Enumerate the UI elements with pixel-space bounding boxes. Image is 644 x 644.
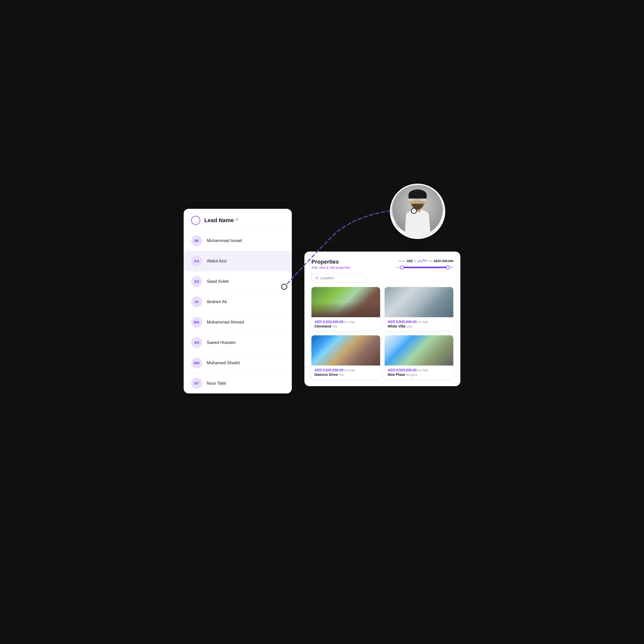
range-thumb-right[interactable] [446,265,450,269]
location-icon: ⊙ [315,276,318,280]
lead-panel-title: Lead Name ^ [204,217,238,224]
property-price: AED 6,920,000.00 For Sale [314,320,377,324]
price-value: AED 6,660,000.00 [388,320,417,324]
main-scene: Lead Name ^ MI Muhammad Ismail AA Abdul … [184,184,460,460]
range-fill [401,267,449,268]
lead-name-text: Muhamed Sheikh [207,360,240,366]
property-type: Flat [339,373,344,377]
connector-node-end [411,208,417,214]
property-name: Dawson Drive Flat [314,373,377,377]
profile-avatar [390,184,445,239]
lead-item[interactable]: SH Saeed Hussein [184,333,292,353]
lead-avatar: AA [191,256,202,267]
connector-node-start [281,284,287,290]
properties-title-block: Properties Add, view & edit properties. [311,259,351,269]
lead-avatar: SS [191,276,202,287]
lead-item[interactable]: MH Muhamed Sheikh [184,353,292,373]
property-info: AED 6,920,000.00 For Sale Cleveland Flat [311,317,380,331]
svg-rect-5 [409,198,427,200]
property-info: AED 6,920,000.00 For Sale New Plaza Bang… [385,366,453,379]
for-sale-label: For Sale [344,320,355,324]
price-value: AED 6,920,000.00 [314,320,343,324]
lead-name-text: Abdul Aziz [207,259,227,264]
property-price: AED 6,920,000.00 For Sale [388,368,450,372]
property-name: Cleveland Flat [314,324,377,328]
property-name: New Plaza Banglow [388,373,450,377]
properties-grid: AED 6,920,000.00 For Sale Cleveland Flat… [311,287,453,379]
profile-image [391,185,444,238]
lead-avatar: NT [191,378,202,389]
lead-avatar: MI [191,235,202,246]
person-silhouette [392,185,443,238]
to-label: To [429,260,432,263]
lead-item[interactable]: MI Muhammad Ismail [184,231,292,251]
lead-name-text: Nour Talal [207,381,226,386]
property-card[interactable]: AED 6,920,000.00 For Sale Cleveland Flat [311,287,380,331]
lead-item[interactable]: AA Abdul Aziz [184,251,292,271]
price-slider[interactable] [395,267,453,268]
lead-panel-header: Lead Name ^ [184,209,292,231]
price-value: AED 6,920,000.00 [388,368,417,372]
lead-avatar: MA [191,317,202,328]
chevron-up-icon: ^ [236,218,238,223]
range-thumb-left[interactable] [400,265,404,269]
property-image [385,287,453,317]
property-card[interactable]: AED 6,920,000.00 For Sale New Plaza Bang… [385,335,453,379]
from-currency: AED [407,259,413,263]
property-type: Flat [332,325,337,328]
lead-item[interactable]: NT Nour Talal [184,373,292,393]
property-card[interactable]: AED 6,920,000.00 For Sale Dawson Drive F… [311,335,380,379]
for-sale-label: For Sale [418,320,428,324]
properties-header: Properties Add, view & edit properties. … [311,259,453,269]
location-input-wrapper[interactable]: ⊙ [311,273,367,283]
lead-circle-icon [191,216,200,225]
lead-item[interactable]: IA Ibrahim Ali [184,292,292,312]
for-sale-label: For Sale [418,369,428,372]
lead-list: MI Muhammad Ismail AA Abdul Aziz SS Saad… [184,231,292,393]
lead-avatar: SH [191,337,202,348]
price-value: AED 6,920,000.00 [314,368,343,372]
property-info: AED 6,920,000.00 For Sale Dawson Drive F… [311,366,380,379]
properties-title: Properties [311,259,351,265]
chart-icon [418,259,428,264]
lead-name-text: Saeed Hussein [207,340,236,345]
lead-item[interactable]: MA Muhammad Ahmed [184,312,292,333]
property-name: White Villa Villa [388,324,450,328]
lead-name-text: Muhammad Ismail [207,238,242,243]
property-image [311,287,380,317]
property-image [311,335,380,366]
property-info: AED 6,660,000.00 For Sale White Villa Vi… [385,317,453,331]
property-card[interactable]: AED 6,660,000.00 For Sale White Villa Vi… [385,287,453,331]
property-image [385,335,453,366]
property-price: AED 6,660,000.00 For Sale [388,320,450,324]
property-type: Villa [406,325,412,328]
property-price: AED 6,920,000.00 For Sale [314,368,377,372]
from-label: From [399,260,405,263]
from-value: 0 [415,260,416,263]
price-range-labels: From AED 0 To AED7,000,000 [399,259,454,264]
to-value: AED7,000,000 [433,259,453,263]
lead-title-text: Lead Name [204,217,234,224]
lead-panel: Lead Name ^ MI Muhammad Ismail AA Abdul … [184,209,292,393]
lead-avatar: IA [191,296,202,307]
location-input[interactable] [320,276,363,280]
lead-name-text: Ibrahim Ali [207,299,227,304]
properties-panel: Properties Add, view & edit properties. … [304,252,460,386]
for-sale-label: For Sale [344,369,355,372]
properties-subtitle: Add, view & edit properties. [311,266,351,269]
lead-item[interactable]: SS Saad Suleh [184,271,292,292]
lead-avatar: MH [191,357,202,369]
property-type: Banglow [406,373,417,377]
lead-name-text: Saad Suleh [207,279,229,284]
price-range-block: From AED 0 To AED7,000,000 [395,259,453,268]
lead-name-text: Muhammad Ahmed [207,320,244,325]
